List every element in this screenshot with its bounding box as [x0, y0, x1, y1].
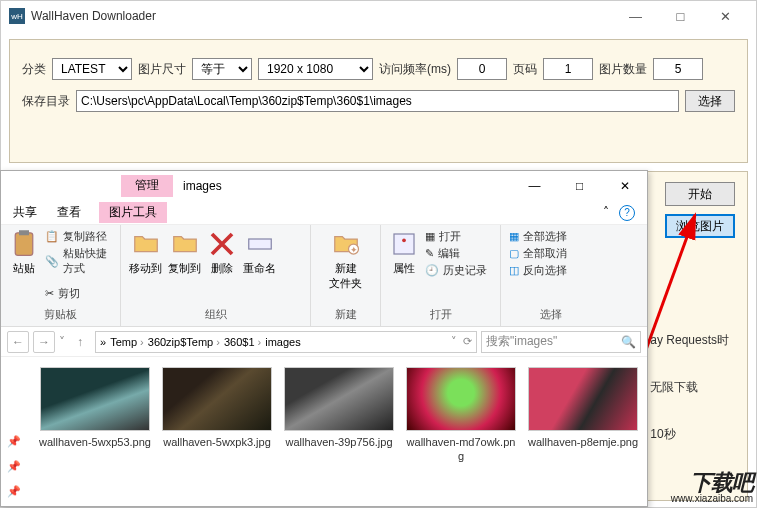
savedir-input[interactable] [76, 90, 679, 112]
file-item[interactable]: wallhaven-5wxp53.png [39, 367, 151, 464]
crumb-3[interactable]: images [265, 336, 300, 348]
addr-dropdown-icon[interactable]: ˅ [451, 335, 457, 348]
explorer-folder-name: images [183, 179, 222, 193]
path-icon: 📋 [45, 230, 59, 243]
ribbon-organize-label: 组织 [129, 305, 302, 322]
tab-picture-tools[interactable]: 图片工具 [99, 202, 167, 223]
nav-forward-button[interactable]: → [33, 331, 55, 353]
savedir-label: 保存目录 [22, 93, 70, 110]
nav-up-button[interactable]: ↑ [69, 331, 91, 353]
side-notes: ay Requests时 无限下载 10秒 [650, 332, 729, 473]
file-item[interactable]: wallhaven-md7owk.png [405, 367, 517, 464]
category-select[interactable]: LATEST [52, 58, 132, 80]
start-button[interactable]: 开始 [665, 182, 735, 206]
file-list: wallhaven-5wxp53.pngwallhaven-5wxpk3.jpg… [31, 357, 647, 474]
file-item[interactable]: wallhaven-p8emje.png [527, 367, 639, 464]
page-label: 页码 [513, 61, 537, 78]
menu-view[interactable]: 查看 [57, 204, 81, 221]
svg-rect-3 [248, 239, 271, 249]
close-button[interactable]: ✕ [703, 1, 748, 31]
browse-images-button[interactable]: 浏览图片 [665, 214, 735, 238]
cut-item[interactable]: ✂剪切 [45, 286, 112, 301]
category-label: 分类 [22, 61, 46, 78]
rename-icon [245, 229, 275, 259]
file-name: wallhaven-5wxpk3.jpg [161, 435, 273, 449]
select-all-icon: ▦ [509, 230, 519, 243]
svg-rect-2 [19, 230, 29, 235]
nav-back-button[interactable]: ← [7, 331, 29, 353]
rename-button[interactable]: 重命名 [243, 229, 276, 276]
count-input[interactable] [653, 58, 703, 80]
crumb-2[interactable]: 360$1 [224, 336, 261, 348]
explorer-search-input[interactable]: 搜索"images" 🔍 [481, 331, 641, 353]
help-icon[interactable]: ? [619, 205, 635, 221]
crumb-0[interactable]: Temp [110, 336, 144, 348]
properties-icon [389, 229, 419, 259]
refresh-icon[interactable]: ⟳ [463, 335, 472, 348]
open-icon: ▦ [425, 230, 435, 243]
explorer-titlebar: 管理 images — □ ✕ [1, 171, 647, 201]
explorer-close-button[interactable]: ✕ [602, 172, 647, 200]
titlebar: wH WallHaven Downloader — □ ✕ [1, 1, 756, 31]
svg-rect-1 [15, 233, 33, 256]
properties-button[interactable]: 属性 [389, 229, 419, 276]
resolution-select[interactable]: 1920 x 1080 [258, 58, 373, 80]
size-label: 图片尺寸 [138, 61, 186, 78]
ribbon-collapse-icon[interactable]: ˄ [603, 205, 609, 221]
deselect-icon: ▢ [509, 247, 519, 260]
copy-to-button[interactable]: 复制到 [168, 229, 201, 276]
explorer-ribbon: 站贴 📋复制路径 📎粘贴快捷方式 ✂剪切 剪贴板 移动到 复制到 删除 重命名 … [1, 225, 647, 327]
invert-select-item[interactable]: ◫反向选择 [509, 263, 567, 278]
file-thumbnail [528, 367, 638, 431]
count-label: 图片数量 [599, 61, 647, 78]
breadcrumb-bar[interactable]: » Temp 360zip$Temp 360$1 images ˅ ⟳ [95, 331, 477, 353]
edit-item[interactable]: ✎编辑 [425, 246, 487, 261]
size-op-select[interactable]: 等于 [192, 58, 252, 80]
note-3: 10秒 [650, 426, 729, 443]
edit-icon: ✎ [425, 247, 434, 260]
freq-input[interactable] [457, 58, 507, 80]
pin-icon: 📌 [7, 485, 21, 498]
watermark: 下载吧 www.xiazaiba.com [671, 472, 753, 504]
file-thumbnail [284, 367, 394, 431]
svg-point-7 [402, 238, 406, 242]
paste-button[interactable]: 站贴 [9, 229, 39, 276]
shortcut-icon: 📎 [45, 255, 59, 268]
nav-recent-icon[interactable]: ˅ [59, 335, 65, 349]
history-item[interactable]: 🕘历史记录 [425, 263, 487, 278]
search-icon: 🔍 [621, 335, 636, 349]
delete-button[interactable]: 删除 [207, 229, 237, 276]
explorer-address-bar: ← → ˅ ↑ » Temp 360zip$Temp 360$1 images … [1, 327, 647, 357]
select-all-item[interactable]: ▦全部选择 [509, 229, 567, 244]
delete-icon [207, 229, 237, 259]
ribbon-clipboard-label: 剪贴板 [9, 305, 112, 322]
app-logo: wH [9, 8, 25, 24]
pin-icon: 📌 [7, 460, 21, 473]
explorer-window: 管理 images — □ ✕ 共享 查看 图片工具 ˄ ? 站贴 📋复制路径 [0, 170, 648, 507]
explorer-tab-manage[interactable]: 管理 [121, 175, 173, 197]
explorer-minimize-button[interactable]: — [512, 172, 557, 200]
crumb-1[interactable]: 360zip$Temp [148, 336, 220, 348]
svg-text:✦: ✦ [349, 245, 357, 255]
note-1: ay Requests时 [650, 332, 729, 349]
file-item[interactable]: wallhaven-39p756.jpg [283, 367, 395, 464]
minimize-button[interactable]: — [613, 1, 658, 31]
maximize-button[interactable]: □ [658, 1, 703, 31]
menu-share[interactable]: 共享 [13, 204, 37, 221]
open-item[interactable]: ▦打开 [425, 229, 487, 244]
deselect-all-item[interactable]: ▢全部取消 [509, 246, 567, 261]
note-2: 无限下载 [650, 379, 729, 396]
page-input[interactable] [543, 58, 593, 80]
copy-path-item[interactable]: 📋复制路径 [45, 229, 112, 244]
scissors-icon: ✂ [45, 287, 54, 300]
settings-panel: 分类 LATEST 图片尺寸 等于 1920 x 1080 访问频率(ms) 页… [9, 39, 748, 163]
window-title: WallHaven Downloader [31, 9, 613, 23]
file-item[interactable]: wallhaven-5wxpk3.jpg [161, 367, 273, 464]
explorer-maximize-button[interactable]: □ [557, 172, 602, 200]
new-folder-button[interactable]: ✦新建 文件夹 [329, 229, 362, 291]
paste-shortcut-item[interactable]: 📎粘贴快捷方式 [45, 246, 112, 276]
select-dir-button[interactable]: 选择 [685, 90, 735, 112]
folder-move-icon [131, 229, 161, 259]
move-to-button[interactable]: 移动到 [129, 229, 162, 276]
explorer-menu-row: 共享 查看 图片工具 ˄ ? [1, 201, 647, 225]
